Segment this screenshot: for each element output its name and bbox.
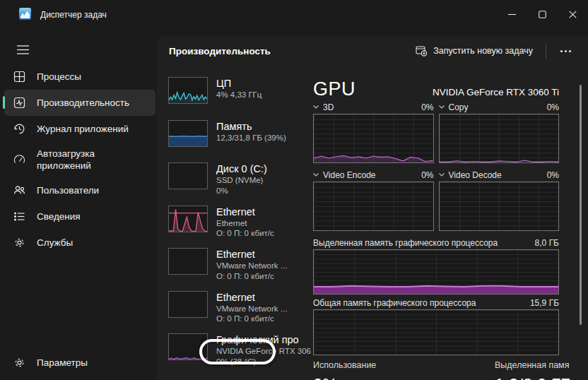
shared-memory-label: Общая память графического процессора	[313, 298, 476, 308]
divider	[546, 43, 546, 59]
usage-value: 0%	[313, 375, 495, 380]
more-options-button[interactable]	[553, 44, 578, 58]
dedicated-stat-label: Выделенная памя	[495, 360, 572, 370]
chevron-down-icon[interactable]	[439, 173, 445, 177]
sidebar-item-label: Службы	[37, 237, 73, 249]
performance-icon	[13, 97, 25, 109]
sidebar-item-label: Производительность	[37, 97, 129, 109]
memory-mini-chart	[168, 120, 208, 147]
engine-label-video-decode: Video Decode	[449, 170, 502, 180]
sidebar-item-app-history[interactable]: Журнал приложений	[4, 116, 155, 142]
engine-label-video-encode: Video Encode	[323, 170, 376, 180]
list-item-memory[interactable]: Память 12,3/31,8 ГБ (39%)	[168, 120, 310, 163]
engine-value-video-encode: 0%	[421, 170, 433, 180]
titlebar: Диспетчер задач	[0, 0, 588, 28]
history-icon	[13, 123, 25, 136]
users-icon	[13, 184, 25, 197]
main-panel: Производительность Запустить новую задач…	[157, 37, 588, 380]
vertical-scrollbar[interactable]	[580, 85, 582, 325]
ethernet-mini-chart	[168, 291, 208, 318]
list-item-gpu[interactable]: Графический про NVIDIA GeForce RTX 306 0…	[168, 333, 310, 376]
ethernet-mini-chart	[168, 206, 208, 232]
engine-value-copy: 0%	[547, 102, 559, 112]
disk-mini-chart	[168, 162, 208, 189]
sidebar-item-startup-apps[interactable]: Автозагрузка приложений	[4, 142, 155, 177]
gear-icon	[13, 357, 25, 369]
list-item-ethernet-3[interactable]: Ethernet VMware Network ... О: 0 П: 0 кб…	[168, 291, 310, 334]
usage-label: Использование	[313, 360, 495, 370]
minimize-button[interactable]	[497, 0, 527, 28]
gpu-3d-chart	[313, 114, 434, 163]
gauge-icon	[13, 153, 25, 166]
sidebar-item-services[interactable]: Службы	[4, 230, 155, 256]
more-options-icon	[560, 50, 563, 52]
dedicated-memory-label: Выделенная память графического процессор…	[313, 238, 498, 248]
gpu-video-encode-chart	[313, 182, 434, 231]
gpu-video-decode-chart	[439, 182, 560, 231]
gpu-title: GPU	[313, 78, 355, 100]
services-gear-icon	[13, 237, 25, 249]
processes-icon	[13, 71, 25, 83]
close-button[interactable]	[558, 0, 588, 28]
sidebar-item-settings[interactable]: Параметры	[4, 350, 155, 376]
list-item-ethernet-1[interactable]: Ethernet Ethernet О: 0 П: 0 кбит/с	[168, 206, 310, 249]
engine-value-video-decode: 0%	[547, 170, 559, 180]
panel-header: Производительность Запустить новую задач…	[157, 37, 588, 65]
menu-toggle-icon[interactable]	[14, 41, 31, 58]
list-item-disk[interactable]: Диск 0 (C:) SSD (NVMe) 0%	[168, 162, 310, 206]
shared-memory-chart	[313, 309, 559, 355]
maximize-button[interactable]	[527, 0, 558, 28]
sidebar-item-label: Журнал приложений	[37, 123, 129, 135]
cpu-mini-chart	[168, 77, 208, 104]
sidebar-item-label: Процессы	[37, 71, 81, 83]
run-new-task-label: Запустить новую задачу	[433, 46, 533, 56]
chevron-down-icon[interactable]	[313, 173, 319, 177]
sidebar-settings: Параметры	[4, 350, 155, 376]
sidebar-item-label: Параметры	[37, 357, 88, 369]
gpu-mini-chart	[168, 333, 208, 360]
app-icon	[19, 8, 31, 20]
shared-memory-total: 15,9 ГБ	[530, 298, 559, 308]
sidebar-item-label: Сведения	[37, 210, 81, 222]
ethernet-mini-chart	[168, 248, 208, 275]
page-title: Производительность	[169, 46, 271, 57]
list-item-ethernet-2[interactable]: Ethernet VMware Network ... О: 0 П: 0 кб…	[168, 248, 310, 291]
gpu-name: NVIDIA GeForce RTX 3060 Ti	[433, 87, 559, 100]
list-item-cpu[interactable]: ЦП 4% 4,33 ГГц	[168, 77, 310, 120]
sidebar-item-processes[interactable]: Процессы	[4, 64, 155, 90]
performance-list: ЦП 4% 4,33 ГГц Память 12,3/31,8 ГБ (39%)…	[168, 77, 310, 376]
dedicated-memory-total: 8,0 ГБ	[535, 238, 559, 248]
engine-label-3d: 3D	[323, 102, 334, 112]
chevron-down-icon[interactable]	[313, 105, 319, 109]
sidebar-item-users[interactable]: Пользователи	[4, 177, 155, 203]
sidebar-nav: Процессы Производительность Журнал прило…	[4, 64, 155, 256]
engine-value-3d: 0%	[421, 102, 433, 112]
details-list-icon	[13, 210, 25, 223]
new-task-icon	[416, 45, 427, 57]
sidebar-item-details[interactable]: Сведения	[4, 203, 155, 230]
sidebar-item-label: Пользователи	[37, 184, 99, 196]
gpu-copy-chart	[439, 114, 560, 163]
run-new-task-button[interactable]: Запустить новую задачу	[410, 41, 539, 61]
dedicated-stat-value: 1,2/8,0 ГБ	[495, 375, 572, 380]
engine-label-copy: Copy	[449, 102, 469, 112]
dedicated-memory-chart	[313, 249, 559, 295]
sidebar-item-label: Автозагрузка приложений	[37, 148, 122, 172]
gpu-detail-panel: GPU NVIDIA GeForce RTX 3060 Ti 3D 0%	[313, 71, 559, 380]
sidebar-item-performance[interactable]: Производительность	[4, 90, 155, 116]
window-title: Диспетчер задач	[40, 10, 107, 20]
chevron-down-icon[interactable]	[439, 105, 445, 109]
